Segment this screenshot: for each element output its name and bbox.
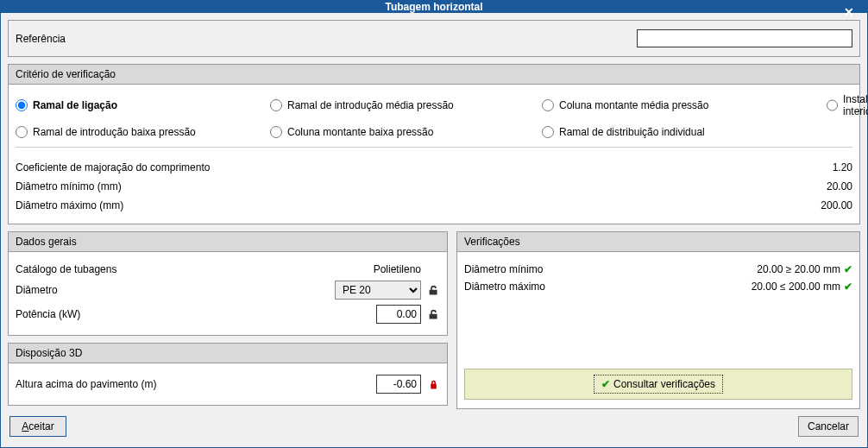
column-left: Dados gerais Catálogo de tubagens Poliet… <box>8 231 448 409</box>
radio-instalacao-interior[interactable]: Instalação interior <box>827 93 868 117</box>
consult-box: ✔ Consultar verificações <box>464 369 852 400</box>
content-area: Referência Critério de verificação Ramal… <box>1 13 867 447</box>
radio-ramal-intro-media[interactable]: Ramal de introdução média pressão <box>270 93 542 117</box>
radio-coluna-baixa-input[interactable] <box>270 126 282 138</box>
consult-label: Consultar verificações <box>613 378 715 390</box>
radio-coluna-media-input[interactable] <box>542 99 554 111</box>
dmin-label: Diâmetro mínimo (mm) <box>16 180 122 192</box>
radio-coluna-media-label: Coluna montante média pressão <box>559 99 708 111</box>
diametro-select[interactable]: PE 20 <box>335 281 421 300</box>
verif-group: Verificações Diâmetro mínimo 20.00 ≥ 20.… <box>456 231 860 409</box>
radio-ramal-ligacao-input[interactable] <box>16 99 28 111</box>
radio-ramal-distrib-input[interactable] <box>542 126 554 138</box>
radio-instalacao-interior-label: Instalação interior <box>843 93 868 117</box>
radio-ramal-intro-media-label: Ramal de introdução média pressão <box>287 99 454 111</box>
dialog-window: Tubagem horizontal ✕ Referência Critério… <box>0 0 868 448</box>
altura-input[interactable] <box>376 375 421 394</box>
catalogo-label: Catálogo de tubagens <box>16 263 374 275</box>
verif-dmax-value: 20.00 ≤ 200.00 mm <box>752 281 840 293</box>
coef-row: Coeficiente de majoração do comprimento … <box>16 158 852 177</box>
check-icon: ✔ <box>601 378 610 390</box>
close-button[interactable]: ✕ <box>838 1 860 23</box>
radio-ramal-distrib-label: Ramal de distribuição individual <box>559 126 705 138</box>
dmax-value: 200.00 <box>821 199 852 211</box>
potencia-label: Potência (kW) <box>16 308 376 320</box>
cancel-button[interactable]: Cancelar <box>798 416 859 437</box>
verif-body: Diâmetro mínimo 20.00 ≥ 20.00 mm ✔ Diâme… <box>457 252 859 408</box>
button-row: Aceitar Cancelar <box>8 416 860 440</box>
disp3d-body: Altura acima do pavimento (m) <box>9 363 447 405</box>
dados-group: Dados gerais Catálogo de tubagens Poliet… <box>8 231 448 336</box>
accept-button[interactable]: Aceitar <box>9 416 66 437</box>
radio-ramal-intro-baixa[interactable]: Ramal de introdução baixa pressão <box>16 126 270 138</box>
check-icon: ✔ <box>844 281 852 293</box>
dmin-row: Diâmetro mínimo (mm) 20.00 <box>16 177 852 196</box>
reference-input[interactable] <box>637 29 852 47</box>
criteria-group: Critério de verificação Ramal de ligação… <box>8 64 860 224</box>
reference-label: Referência <box>16 33 66 45</box>
potencia-input[interactable] <box>376 305 421 324</box>
titlebar: Tubagem horizontal ✕ <box>1 1 867 13</box>
dados-body: Catálogo de tubagens Polietileno Diâmetr… <box>9 252 447 335</box>
disp3d-group: Disposição 3D Altura acima do pavimento … <box>8 343 448 406</box>
dmin-value: 20.00 <box>827 180 852 192</box>
verif-dmin-row: Diâmetro mínimo 20.00 ≥ 20.00 mm ✔ <box>464 261 852 278</box>
radio-ramal-ligacao[interactable]: Ramal de ligação <box>16 93 270 117</box>
column-right: Verificações Diâmetro mínimo 20.00 ≥ 20.… <box>456 231 860 409</box>
disp3d-header: Disposição 3D <box>9 344 447 363</box>
radio-coluna-media[interactable]: Coluna montante média pressão <box>542 93 827 117</box>
lock-icon[interactable] <box>426 377 440 391</box>
radio-coluna-baixa-label: Coluna montante baixa pressão <box>287 126 433 138</box>
coef-label: Coeficiente de majoração do comprimento <box>16 161 210 174</box>
diametro-label: Diâmetro <box>16 284 335 296</box>
verif-dmin-value: 20.00 ≥ 20.00 mm <box>757 263 840 275</box>
verif-dmin-label: Diâmetro mínimo <box>464 263 757 275</box>
criteria-radio-grid: Ramal de ligação Ramal de introdução méd… <box>16 93 852 138</box>
diametro-row: Diâmetro PE 20 <box>16 278 440 302</box>
altura-row: Altura acima do pavimento (m) <box>16 372 440 396</box>
radio-instalacao-interior-input[interactable] <box>827 99 838 111</box>
check-icon: ✔ <box>844 263 852 275</box>
verif-dmax-row: Diâmetro máximo 20.00 ≤ 200.00 mm ✔ <box>464 278 852 295</box>
radio-ramal-intro-baixa-label: Ramal de introdução baixa pressão <box>33 126 196 138</box>
reference-row: Referência <box>8 20 860 57</box>
verif-header: Verificações <box>457 232 859 252</box>
window-title: Tubagem horizontal <box>385 1 482 13</box>
dmax-row: Diâmetro máximo (mm) 200.00 <box>16 196 852 215</box>
radio-ramal-distrib[interactable]: Ramal de distribuição individual <box>542 126 827 138</box>
radio-coluna-baixa[interactable]: Coluna montante baixa pressão <box>270 126 542 138</box>
criteria-body: Ramal de ligação Ramal de introdução méd… <box>9 85 859 224</box>
unlock-icon[interactable] <box>426 307 440 321</box>
criteria-separator <box>16 147 852 148</box>
altura-label: Altura acima do pavimento (m) <box>16 378 376 390</box>
radio-ramal-intro-baixa-input[interactable] <box>16 126 28 138</box>
unlock-icon[interactable] <box>426 283 440 297</box>
coef-value: 1.20 <box>833 161 852 174</box>
radio-ramal-intro-media-input[interactable] <box>270 99 282 111</box>
radio-ramal-ligacao-label: Ramal de ligação <box>33 99 117 111</box>
columns: Dados gerais Catálogo de tubagens Poliet… <box>8 231 860 409</box>
criteria-header: Critério de verificação <box>9 65 859 85</box>
verif-dmax-label: Diâmetro máximo <box>464 281 752 293</box>
dados-header: Dados gerais <box>9 232 447 252</box>
potencia-row: Potência (kW) <box>16 302 440 326</box>
dmax-label: Diâmetro máximo (mm) <box>16 199 123 211</box>
catalogo-row: Catálogo de tubagens Polietileno <box>16 261 440 278</box>
catalogo-value: Polietileno <box>374 263 421 275</box>
consult-button[interactable]: ✔ Consultar verificações <box>594 375 723 394</box>
